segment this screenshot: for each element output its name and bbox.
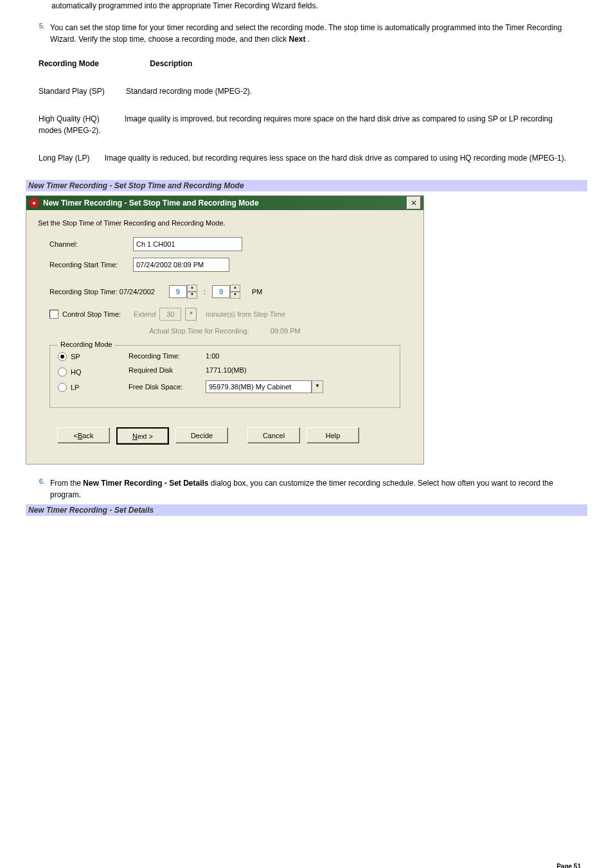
channel-input[interactable] [133,237,242,251]
mode-sp-desc: Standard recording mode (MPEG-2). [126,87,252,96]
stop-min-up[interactable]: ▲ [230,285,240,292]
step6-marker: 6. [26,477,50,500]
next-button[interactable]: Next > [116,427,169,445]
dialog-new-timer-recording: ● New Timer Recording - Set Stop Time an… [26,195,424,465]
dialog-titlebar: ● New Timer Recording - Set Stop Time an… [26,196,423,210]
step5-next-bold: Next [289,35,306,44]
mode-sp-name: Standard Play (SP) [39,87,105,96]
actual-stop-value: 09:09 PM [271,327,301,335]
mode-lp-name: Long Play (LP) [39,154,89,163]
free-disk-label: Free Disk Space: [129,383,206,391]
next-underline: N [132,432,138,440]
step5-text: You can set the stop time for your timer… [50,22,585,45]
radio-hq-label: HQ [71,368,82,376]
back-post: ack [82,432,93,439]
decide-button[interactable]: Decide [175,427,228,443]
free-disk-select[interactable]: 95979.38(MB) My Cabinet [206,380,312,393]
step6-text: From the New Timer Recording - Set Detai… [50,477,585,500]
radio-hq[interactable] [58,368,67,376]
close-button[interactable]: ✕ [407,197,421,209]
radio-sp[interactable] [58,352,67,361]
free-disk-value: 95979.38(MB) My Cabinet [209,383,308,391]
extend-suffix: minute(s) from Stop Time [206,310,285,318]
stop-hour-down[interactable]: ▼ [187,292,197,299]
stop-hour-input[interactable] [169,285,187,298]
free-disk-dropdown[interactable]: ▼ [312,380,323,393]
col-header-desc: Description [150,59,192,68]
continuation-text: automatically programmed into the approp… [26,0,585,12]
app-icon: ● [29,198,39,208]
recording-mode-legend: Recording Mode [58,341,115,348]
recording-mode-table: Recording Mode Description Standard Play… [39,58,572,164]
caption-stop-time: New Timer Recording - Set Stop Time and … [26,180,587,191]
control-stop-time-checkbox[interactable] [49,310,58,319]
step5-marker: 5. [26,22,50,45]
actual-stop-label: Actual Stop Time for Recording: [149,327,249,335]
stop-time-label: Recording Stop Time: 07/24/2002 [49,288,155,296]
time-colon: : [204,288,206,296]
dialog-title: New Timer Recording - Set Stop Time and … [43,199,407,208]
caption-set-details: New Timer Recording - Set Details [26,504,587,516]
page-footer: Page 51 [26,863,587,868]
radio-lp-label: LP [71,384,79,391]
help-button[interactable]: Help [306,427,359,443]
recording-mode-fieldset: Recording Mode SP HQ LP [49,345,400,408]
mode-hq-desc: Image quality is improved, but recording… [39,114,553,135]
channel-label: Channel: [49,240,133,248]
col-header-mode: Recording Mode [39,58,148,69]
dialog-subtext: Set the Stop Time of Timer Recording and… [38,219,412,227]
radio-sp-label: SP [71,353,80,360]
mode-lp-desc: Image quality is reduced, but recording … [105,154,566,163]
cancel-button[interactable]: Cancel [247,427,300,443]
extend-label: Extend [134,310,155,318]
step5-text-c: . [306,35,310,44]
next-post: ext > [138,432,153,440]
step6-text-a: From the [50,479,83,488]
radio-lp[interactable] [58,383,67,392]
stop-minute-input[interactable] [212,285,230,298]
stop-min-down[interactable]: ▼ [230,292,240,299]
recording-time-label: Recording Time: [129,352,206,360]
start-time-input[interactable] [133,258,229,272]
extend-dropdown: ▼ [185,308,197,321]
required-disk-label: Required Disk [129,366,206,374]
stop-ampm: PM [252,288,263,296]
back-underline: B [78,432,82,439]
step6-bold: New Timer Recording - Set Details [83,479,208,488]
recording-time-value: 1:00 [206,352,219,360]
start-time-label: Recording Start Time: [49,261,133,269]
extend-input [159,308,181,321]
stop-hour-up[interactable]: ▲ [187,285,197,292]
mode-hq-name: High Quality (HQ) [39,114,100,123]
control-stop-time-label: Control Stop Time: [62,310,121,318]
back-button[interactable]: < Back [57,427,110,443]
required-disk-value: 1771.10(MB) [206,366,247,374]
